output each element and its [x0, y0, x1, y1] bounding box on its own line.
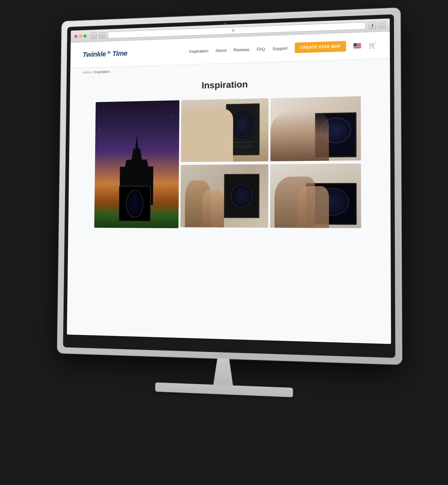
nav-support[interactable]: Support: [273, 46, 288, 51]
website: Twinkle in Time Inspiration About Review…: [67, 31, 391, 343]
star-map-circle: [126, 190, 143, 218]
nav-about[interactable]: About: [215, 48, 226, 53]
maximize-button[interactable]: [83, 34, 86, 38]
image-dog-star-map[interactable]: [181, 98, 269, 162]
page-title: Inspiration: [82, 76, 376, 93]
minimize-button[interactable]: [79, 34, 82, 38]
expand-icon[interactable]: ⛶: [378, 21, 386, 29]
monitor-outer: ‹ › ↻ ⬆ ⛶: [57, 8, 402, 364]
logo-in: in: [108, 50, 111, 55]
back-button[interactable]: ‹: [91, 32, 97, 39]
nav-inspiration[interactable]: Inspiration: [189, 48, 208, 54]
scene: ‹ › ↻ ⬆ ⛶: [44, 13, 404, 472]
traffic-lights: [74, 34, 87, 38]
share-icon[interactable]: ⬆: [369, 22, 376, 29]
logo-text: Twinkle in Time: [83, 49, 128, 58]
star-map-held: [118, 186, 151, 222]
refresh-icon: ↻: [232, 29, 235, 33]
image-kids-star-map[interactable]: [180, 164, 268, 228]
framed-star-map-kids: [224, 174, 259, 218]
dog-body: [181, 108, 233, 162]
breadcrumb-home[interactable]: Home: [82, 70, 91, 74]
nav-faq[interactable]: FAQ: [257, 47, 265, 52]
create-star-map-button[interactable]: CREATE STAR MAP: [295, 41, 346, 53]
image-women-star-map[interactable]: [270, 96, 361, 161]
page-content: Inspiration: [68, 69, 391, 236]
monitor-wrapper: ‹ › ↻ ⬆ ⛶: [57, 8, 402, 402]
star-circle-kids: [231, 184, 253, 207]
language-flag-icon[interactable]: [354, 43, 361, 48]
browser-actions: ⬆ ⛶: [369, 21, 386, 29]
site-nav: Inspiration About Reviews FAQ Support CR…: [189, 40, 376, 56]
image-starry-night[interactable]: [94, 100, 179, 228]
nav-reviews[interactable]: Reviews: [234, 47, 250, 52]
close-button[interactable]: [74, 35, 77, 38]
cart-icon[interactable]: 🛒: [369, 42, 376, 49]
inspiration-grid: [94, 96, 361, 229]
site-logo: Twinkle in Time: [83, 49, 128, 59]
forward-button[interactable]: ›: [99, 32, 105, 39]
screen: ‹ › ↻ ⬆ ⛶: [67, 18, 391, 344]
image-girls-star-map[interactable]: [270, 164, 361, 228]
monitor-neck: [204, 358, 243, 386]
monitor-bezel: ‹ › ↻ ⬆ ⛶: [63, 14, 395, 358]
star-circle-dog: [232, 111, 254, 139]
breadcrumb-current: Inspiration: [94, 70, 110, 74]
